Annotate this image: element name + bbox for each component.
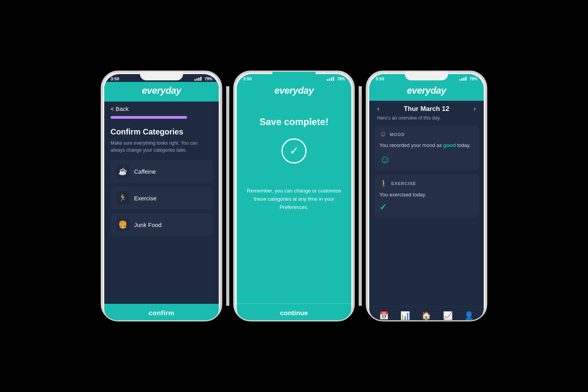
confirm-label: confirm — [149, 309, 174, 317]
header-3: everyday — [369, 82, 484, 101]
header-2: everyday — [237, 82, 351, 101]
check-icon: ✓ — [290, 145, 299, 156]
notch-2 — [272, 72, 316, 80]
scene: 3:50 79% everyday < — [0, 0, 588, 392]
phone-3: 3:50 79% everyday ‹ — [366, 71, 487, 321]
time-3: 3:50 — [376, 76, 384, 81]
confirm-title: Confirm Categories — [111, 127, 212, 136]
junkfood-label: Junk Food — [134, 221, 162, 228]
caffeine-label: Caffeine — [134, 168, 156, 175]
category-exercise: 🏃 Exercise — [111, 187, 212, 209]
exercise-label: Exercise — [134, 195, 157, 201]
mood-text-before: You recorded your mood as — [379, 142, 443, 148]
header-1: everyday — [104, 82, 219, 102]
exercise-check-icon: ✓ — [379, 202, 474, 212]
back-bar[interactable]: < Back — [104, 102, 219, 114]
phone-2: 3:50 79% everyday Sa — [233, 71, 355, 321]
continue-button[interactable]: continue — [237, 303, 351, 321]
exercise-icon: 🏃 — [116, 191, 129, 205]
calendar-icon: 📅 — [379, 311, 389, 320]
back-label: < Back — [111, 105, 129, 112]
battery-text-1: 79% — [205, 77, 212, 81]
bottom-nav: 📅 📊 🏠 📈 👤 — [369, 307, 484, 321]
logo-1: everyday — [104, 85, 219, 96]
logo-2: everyday — [237, 85, 351, 96]
exercise-card-icon: 🚶 — [379, 179, 388, 188]
overview-text: Here's an overview of this day. — [369, 115, 484, 125]
junkfood-icon: 🍔 — [116, 218, 129, 231]
save-title: Save complete! — [260, 116, 328, 127]
mood-text-after: today. — [456, 142, 471, 148]
nav-trends[interactable]: 📈 — [443, 311, 453, 320]
trends-icon: 📈 — [443, 311, 453, 320]
date-nav: ‹ Thur March 12 › — [369, 101, 484, 115]
home-icon: 🏠 — [421, 311, 431, 320]
battery-text-2: 79% — [337, 77, 345, 81]
stats-icon: 📊 — [400, 311, 410, 320]
category-junkfood: 🍔 Junk Food — [111, 213, 212, 236]
confirm-desc: Make sure everything looks right. You ca… — [111, 140, 212, 154]
divider-1 — [226, 86, 229, 306]
continue-label: continue — [280, 309, 308, 317]
category-caffeine: ☕ Caffeine — [111, 160, 212, 183]
mood-card-header: ☺ MOOD — [379, 130, 474, 138]
progress-container — [104, 114, 219, 123]
time-2: 3:50 — [243, 76, 252, 81]
battery-text-3: 79% — [470, 77, 477, 81]
next-day-button[interactable]: › — [474, 105, 476, 113]
confirm-button[interactable]: confirm — [104, 304, 219, 321]
divider-2 — [359, 86, 362, 306]
profile-icon: 👤 — [464, 311, 474, 320]
mood-card-title: MOOD — [390, 132, 405, 137]
mood-card: ☺ MOOD You recorded your mood as good to… — [374, 125, 479, 171]
notch-3 — [405, 72, 448, 80]
exercise-card-title: EXERCISE — [391, 181, 416, 186]
mood-icon: ☺ — [379, 130, 387, 138]
progress-bar — [111, 116, 187, 119]
mood-value: good — [443, 142, 456, 148]
smiley-icon: ☺ — [379, 153, 474, 166]
signal-3 — [459, 77, 466, 81]
exercise-card: 🚶 EXERCISE You exercised today. ✓ — [374, 174, 479, 218]
date-label: Thur March 12 — [404, 105, 449, 113]
mood-card-text: You recorded your mood as good today. — [379, 142, 474, 149]
signal-2 — [327, 77, 334, 81]
caffeine-icon: ☕ — [116, 165, 129, 178]
logo-3: everyday — [369, 85, 484, 96]
phone-1: 3:50 79% everyday < — [101, 71, 222, 321]
exercise-card-header: 🚶 EXERCISE — [379, 179, 474, 188]
content-area-1: Confirm Categories Make sure everything … — [104, 123, 219, 304]
save-complete-area: Save complete! ✓ Remember, you can chang… — [237, 101, 351, 303]
nav-home[interactable]: 🏠 — [421, 311, 431, 320]
notch-1 — [140, 72, 183, 80]
save-reminder: Remember, you can change or customize th… — [246, 187, 342, 211]
signal-1 — [194, 77, 201, 81]
nav-profile[interactable]: 👤 — [464, 311, 474, 320]
nav-stats[interactable]: 📊 — [400, 311, 410, 320]
exercise-card-text: You exercised today. — [379, 191, 474, 199]
nav-calendar[interactable]: 📅 — [379, 311, 389, 320]
prev-day-button[interactable]: ‹ — [377, 105, 379, 113]
time-1: 3:50 — [111, 76, 119, 81]
check-circle: ✓ — [281, 138, 307, 163]
